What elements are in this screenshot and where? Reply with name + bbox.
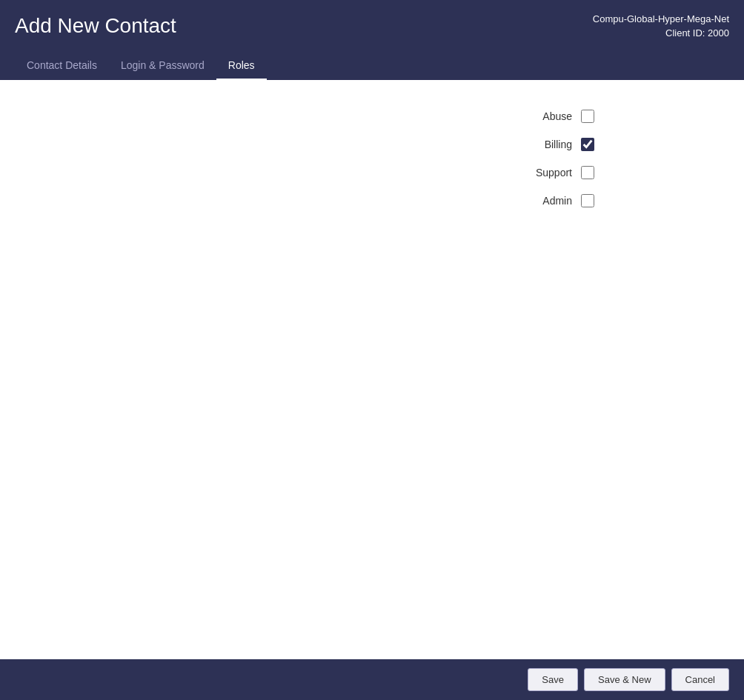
abuse-checkbox[interactable] bbox=[581, 110, 594, 123]
page-header: Add New Contact Compu-Global-Hyper-Mega-… bbox=[0, 0, 744, 52]
tab-navigation: Contact Details Login & Password Roles bbox=[0, 52, 744, 80]
billing-label: Billing bbox=[513, 139, 572, 150]
role-row-billing: Billing bbox=[150, 138, 594, 151]
main-content: Abuse Billing Support Admin bbox=[0, 80, 744, 659]
cancel-button[interactable]: Cancel bbox=[671, 668, 729, 691]
abuse-label: Abuse bbox=[513, 110, 572, 122]
support-label: Support bbox=[513, 167, 572, 179]
client-name: Compu-Global-Hyper-Mega-Net bbox=[593, 12, 729, 27]
save-button[interactable]: Save bbox=[528, 668, 578, 691]
tab-roles[interactable]: Roles bbox=[216, 52, 267, 81]
admin-checkbox[interactable] bbox=[581, 194, 594, 207]
roles-form: Abuse Billing Support Admin bbox=[150, 110, 594, 207]
page-title: Add New Contact bbox=[15, 14, 176, 38]
tab-contact-details[interactable]: Contact Details bbox=[15, 52, 109, 81]
footer: Save Save & New Cancel bbox=[0, 659, 744, 700]
role-row-admin: Admin bbox=[150, 194, 594, 207]
role-row-support: Support bbox=[150, 166, 594, 179]
client-info: Compu-Global-Hyper-Mega-Net Client ID: 2… bbox=[593, 12, 729, 41]
client-id: Client ID: 2000 bbox=[593, 26, 729, 41]
tab-login-password[interactable]: Login & Password bbox=[109, 52, 216, 81]
billing-checkbox[interactable] bbox=[581, 138, 594, 151]
save-new-button[interactable]: Save & New bbox=[584, 668, 665, 691]
admin-label: Admin bbox=[513, 195, 572, 207]
role-row-abuse: Abuse bbox=[150, 110, 594, 123]
support-checkbox[interactable] bbox=[581, 166, 594, 179]
